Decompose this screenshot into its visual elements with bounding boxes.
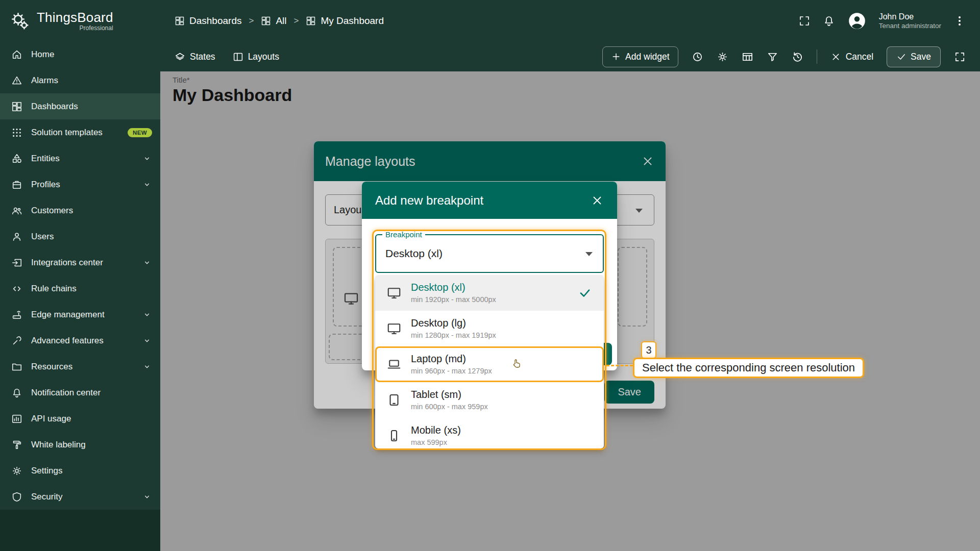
option-title: Tablet (sm) — [411, 388, 488, 400]
breakpoint-options-list: Desktop (xl) min 1920px - max 5000px Des… — [375, 275, 604, 448]
option-texts: Tablet (sm) min 600px - max 959px — [411, 388, 488, 411]
option-subtitle: max 599px — [411, 438, 461, 447]
save-button[interactable]: Save — [604, 381, 654, 404]
option-subtitle: min 960px - max 1279px — [411, 367, 492, 375]
breakpoint-field-value: Desktop (xl) — [385, 247, 443, 260]
option-laptop-md[interactable]: Laptop (md) min 960px - max 1279px — [375, 346, 604, 382]
tablet-icon — [386, 392, 402, 408]
annotation-connector-line — [606, 365, 633, 366]
caret-down-icon — [585, 252, 593, 256]
option-texts: Mobile (xs) max 599px — [411, 424, 461, 447]
dialog-title: Manage layouts — [325, 154, 415, 169]
check-icon — [578, 286, 592, 299]
layout-select-value: Layou — [334, 204, 362, 216]
cursor-icon — [511, 358, 523, 370]
option-desktop-xl[interactable]: Desktop (xl) min 1920px - max 5000px — [375, 275, 604, 311]
manage-layouts-header: Manage layouts — [314, 141, 666, 181]
mobile-icon — [386, 428, 402, 443]
caret-down-icon — [635, 209, 643, 213]
dialog-layer: Manage layouts Layou Cancel Save Add new… — [0, 0, 980, 551]
option-title: Mobile (xs) — [411, 424, 461, 436]
layout-placeholder — [618, 247, 647, 327]
option-tablet-sm[interactable]: Tablet (sm) min 600px - max 959px — [375, 382, 604, 418]
option-subtitle: min 600px - max 959px — [411, 403, 488, 411]
option-subtitle: min 1920px - max 5000px — [411, 295, 496, 304]
option-texts: Laptop (md) min 960px - max 1279px — [411, 353, 492, 375]
option-subtitle: min 1280px - max 1919px — [411, 331, 496, 340]
close-icon[interactable] — [591, 194, 604, 207]
close-icon[interactable] — [641, 155, 654, 168]
dialog-title: Add new breakpoint — [375, 193, 483, 208]
option-title: Desktop (xl) — [411, 281, 496, 293]
option-texts: Desktop (lg) min 1280px - max 1919px — [411, 317, 496, 340]
add-breakpoint-header: Add new breakpoint — [362, 182, 617, 219]
desktop-monitor-icon — [386, 285, 402, 300]
option-desktop-lg[interactable]: Desktop (lg) min 1280px - max 1919px — [375, 311, 604, 346]
laptop-icon — [386, 357, 402, 372]
desktop-monitor-icon — [386, 321, 402, 336]
annotation-step-number: 3 — [641, 341, 656, 359]
breakpoint-field-label: Breakpoint — [382, 230, 425, 239]
option-title: Laptop (md) — [411, 353, 492, 365]
option-title: Desktop (lg) — [411, 317, 496, 329]
breakpoint-select-field[interactable]: Breakpoint Desktop (xl) — [375, 234, 604, 273]
option-texts: Desktop (xl) min 1920px - max 5000px — [411, 281, 496, 304]
option-mobile-xs[interactable]: Mobile (xs) max 599px — [375, 418, 604, 448]
desktop-monitor-icon — [343, 290, 359, 307]
annotation-note: Select the corresponding screen resoluti… — [633, 358, 864, 378]
